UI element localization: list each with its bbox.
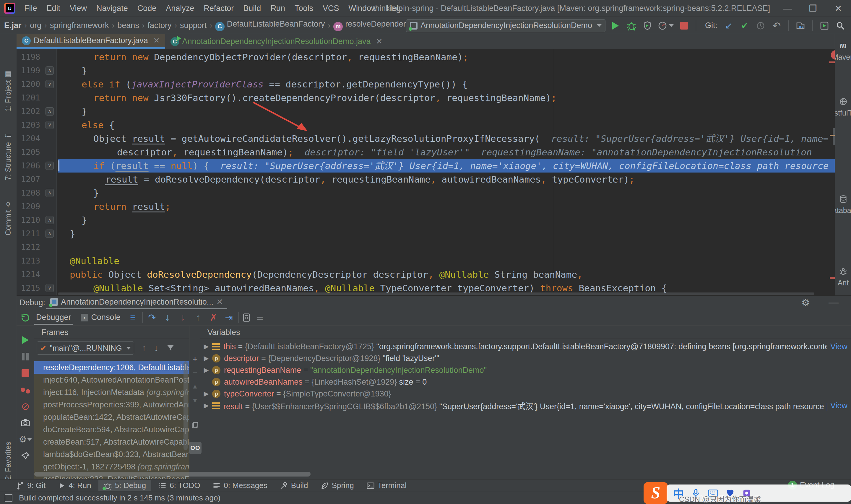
expand-icon[interactable]: ▶ <box>200 343 212 350</box>
tab-debugger[interactable]: Debugger <box>31 309 76 326</box>
fold-start-icon[interactable]: ∨ <box>46 121 54 129</box>
step-into-icon[interactable]: ↓ <box>160 312 175 323</box>
menu-edit[interactable]: Edit <box>42 2 65 15</box>
code-line-1205[interactable]: 1205descriptor, requestingBeanName); des… <box>17 145 835 159</box>
toolwindow-button-terminal[interactable]: Terminal <box>361 480 412 491</box>
sidebar-item-database[interactable]: Database <box>835 195 851 215</box>
thread-dump-icon[interactable] <box>19 417 31 429</box>
variable-row[interactable]: ▶ptypeConverter = {SimpleTypeConverter@1… <box>200 388 851 400</box>
fold-end-icon[interactable]: ∧ <box>46 230 54 238</box>
run-anything-icon[interactable] <box>818 20 830 32</box>
variable-row[interactable]: pautowiredBeanNames = {LinkedHashSet@192… <box>200 376 851 388</box>
menu-navigate[interactable]: Navigate <box>92 2 133 15</box>
frame-down-icon[interactable]: ↓ <box>154 343 158 353</box>
breadcrumb-item[interactable]: factory <box>147 21 171 30</box>
code-line-1212[interactable]: 1212 <box>17 240 835 254</box>
fold-end-icon[interactable]: ∧ <box>46 216 54 224</box>
sidebar-item-project[interactable]: ▤ 1: Project <box>0 69 16 111</box>
close-icon[interactable]: ✕ <box>376 37 382 46</box>
code-line-1198[interactable]: 1198return new DependencyObjectProvider(… <box>17 50 835 64</box>
frame-row[interactable]: inject:116, InjectionMetadata (org.sprin… <box>34 386 189 398</box>
tab-DefaultListableBeanFactory.java[interactable]: CDefaultListableBeanFactory.java✕ <box>17 34 165 49</box>
sidebar-item-ant[interactable]: Ant <box>835 267 851 287</box>
code-line-1199[interactable]: 1199∧} <box>17 64 835 77</box>
fold-end-icon[interactable]: ∧ <box>46 67 54 75</box>
variable-row[interactable]: ▶pdescriptor = {DependencyDescriptor@192… <box>200 353 851 364</box>
frame-row[interactable]: postProcessProperties:399, AutowiredAnn <box>34 398 189 411</box>
update-project-icon[interactable]: ↙ <box>723 20 735 32</box>
view-link[interactable]: View <box>827 342 851 351</box>
filter-icon[interactable] <box>166 344 175 353</box>
menu-code[interactable]: Code <box>133 2 161 15</box>
breadcrumb-item[interactable]: springframework <box>50 21 109 30</box>
menu-file[interactable]: File <box>19 2 42 15</box>
stop-icon[interactable] <box>19 367 31 379</box>
rerun-icon[interactable] <box>19 312 31 324</box>
hide-library-frames-toggle[interactable]: OO <box>189 442 201 454</box>
gear-icon[interactable]: ⚙ <box>801 297 810 308</box>
breadcrumb-item[interactable]: org <box>30 21 41 30</box>
expand-icon[interactable]: ▶ <box>200 402 212 410</box>
toolwindow-button-0-messages[interactable]: 0: Messages <box>207 480 272 491</box>
frame-row[interactable]: populateBean:1422, AbstractAutowireCapa <box>34 411 189 424</box>
code-line-1202[interactable]: 1202∧} <box>17 105 835 118</box>
menu-build[interactable]: Build <box>238 2 266 15</box>
toolwindow-button-build[interactable]: Build <box>274 480 313 491</box>
thread-selector[interactable]: ✔ "main"@...RUNNING <box>37 342 134 355</box>
resume-icon[interactable] <box>19 334 31 346</box>
toolwindow-toggle-icon[interactable] <box>5 494 13 502</box>
minimize-button[interactable]: — <box>775 0 800 17</box>
frame-row[interactable]: getObject:-1, 1827725498 (org.springfram <box>34 461 189 473</box>
settings-filter-icon[interactable]: ⚌ <box>252 313 268 322</box>
scroll-up-icon[interactable]: ▲ <box>190 382 200 390</box>
tab-console[interactable]: › Console <box>76 309 125 326</box>
scroll-down-icon[interactable]: ▼ <box>190 397 200 404</box>
sidebar-item-commit[interactable]: ϙ Commit <box>0 199 16 235</box>
editor-hscrollbar[interactable] <box>58 292 814 295</box>
menu-tools[interactable]: Tools <box>290 2 318 15</box>
maximize-button[interactable]: ❐ <box>800 0 826 17</box>
fold-end-icon[interactable]: ∧ <box>46 107 54 115</box>
fold-end-icon[interactable]: ∧ <box>46 189 54 197</box>
stop-button[interactable] <box>678 20 690 32</box>
sidebar-item-restfultool[interactable]: RestfulTool <box>835 97 851 117</box>
close-button[interactable]: ✕ <box>826 0 851 17</box>
menu-vcs[interactable]: VCS <box>318 2 344 15</box>
variable-row[interactable]: ▶result = {User$$EnhancerBySpringCGLIB$$… <box>200 400 851 412</box>
frame-row[interactable]: resolveDependency:1206, DefaultListableB <box>34 361 189 374</box>
add-watch-icon[interactable]: + <box>190 354 200 364</box>
frames-scrollbar[interactable] <box>183 361 188 450</box>
code-line-1203[interactable]: 1203∨else { <box>17 118 835 132</box>
code-line-1201[interactable]: 1201return new Jsr330Factory().createDep… <box>17 91 835 105</box>
code-line-1204[interactable]: 1204Object result = getAutowireCandidate… <box>17 132 835 145</box>
rollback-icon[interactable]: ↶ <box>771 20 782 32</box>
commit-icon[interactable]: ✔ <box>739 20 750 32</box>
history-icon[interactable] <box>755 20 766 32</box>
pause-icon[interactable] <box>19 351 31 362</box>
coverage-button[interactable] <box>641 20 653 32</box>
frame-row[interactable]: inject:640, AutowiredAnnotationBeanPost <box>34 374 189 386</box>
frame-row[interactable]: lambda$doGetBean$0:323, AbstractBeanFa <box>34 448 189 461</box>
editor-scrollbar[interactable] <box>833 128 835 145</box>
breadcrumb-class[interactable]: CDefaultListableBeanFactory <box>215 19 325 31</box>
code-editor[interactable]: 1198return new DependencyObjectProvider(… <box>17 49 835 295</box>
close-icon[interactable]: ✕ <box>216 297 223 307</box>
run-button[interactable] <box>610 20 621 32</box>
force-step-into-icon[interactable]: ↓ <box>175 312 191 323</box>
code-line-1208[interactable]: 1208∧} <box>17 186 835 200</box>
toolwindow-button-spring[interactable]: Spring <box>315 480 359 491</box>
code-line-1209[interactable]: 1209return result; <box>17 200 835 213</box>
step-out-icon[interactable]: ↑ <box>191 312 206 323</box>
menu-refactor[interactable]: Refactor <box>199 2 238 15</box>
toolwindow-button-9-git[interactable]: 9: Git <box>11 480 51 491</box>
changes-icon[interactable] <box>795 20 807 32</box>
run-configuration-select[interactable]: AnnotationDependencyInjectionResolutionD… <box>406 19 605 32</box>
sidebar-item-maven[interactable]: m Maven <box>835 40 851 61</box>
frame-up-icon[interactable]: ↑ <box>142 343 146 353</box>
copy-stack-icon[interactable] <box>190 421 200 429</box>
variable-row[interactable]: ▶this = {DefaultListableBeanFactory@1725… <box>200 341 851 353</box>
fold-start-icon[interactable]: ∨ <box>46 284 54 292</box>
code-line-1200[interactable]: 1200∨else if (javaxInjectProviderClass =… <box>17 77 835 91</box>
debug-session-tab[interactable]: AnnotationDependencyInjectionResolutio..… <box>46 296 227 309</box>
breadcrumb-method[interactable]: mresolveDependency <box>333 19 416 31</box>
